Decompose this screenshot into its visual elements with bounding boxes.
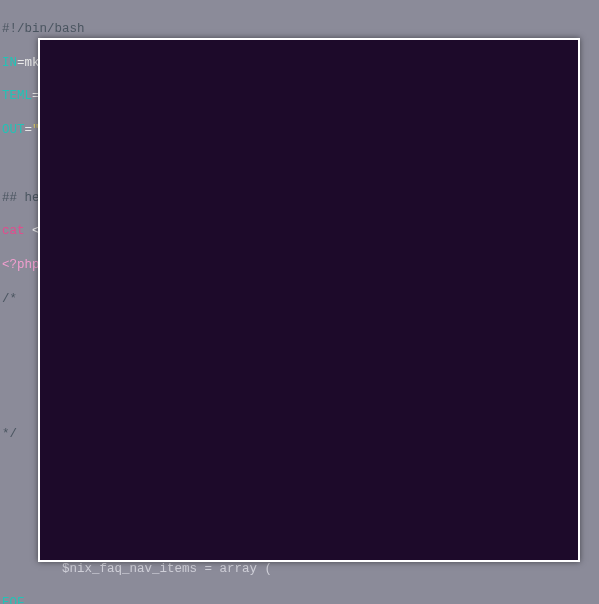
code-token: TEML <box>2 89 32 103</box>
code-token: =mk.releated.faq.txt <box>17 56 167 70</box>
code-token: IN <box>2 56 17 70</box>
code-token: <<- <box>32 224 62 238</box>
code-token: =mk.releated.faq.template <box>32 89 220 103</box>
code-token: EOF <box>2 596 25 604</box>
blank-line <box>2 156 599 173</box>
code-token: > <box>100 224 123 238</box>
code-token: cat <box>2 224 32 238</box>
code-token: <?php <box>2 258 40 272</box>
code-token: "$OUT" <box>122 224 167 238</box>
code-token: $nix_faq_base_url = "https://www.cyberci… <box>2 494 460 508</box>
blank-line <box>2 460 599 477</box>
code-token: /* <box>2 292 17 306</box>
code-token: 'EOF' <box>62 224 100 238</box>
code-token: #!/bin/bash <box>2 22 85 36</box>
blank-line <box>2 325 599 342</box>
code-comment: ## header overwrite file ## <box>2 191 205 205</box>
code-editor[interactable]: #!/bin/bash IN=mk.releated.faq.txt TEML=… <box>0 0 599 604</box>
blank-line <box>2 392 599 409</box>
code-token: $nix_faq_nav_items = array ( <box>2 562 272 576</box>
code-token: lib/toc/faq/.php <box>2 359 182 373</box>
code-token: OUT <box>2 123 25 137</box>
code-token: = <box>25 123 33 137</box>
code-token: $nix_faq_base_url_series_title = " Tutor… <box>2 528 400 542</box>
code-token: */ <box>2 427 17 441</box>
code-token: "/tmp/mk.releated.faq.$$" <box>32 123 220 137</box>
